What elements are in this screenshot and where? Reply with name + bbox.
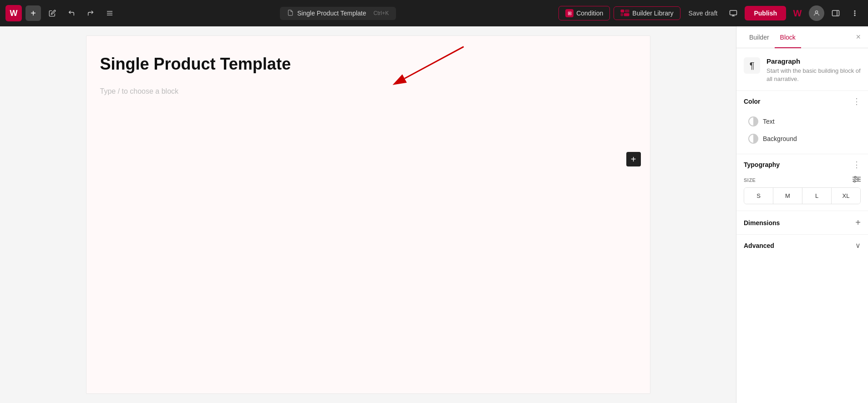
typography-title: Typography [744,161,780,168]
svg-point-15 [854,15,855,16]
app-logo: W [5,5,22,21]
builder-library-label: Builder Library [632,10,673,17]
block-description: Start with the basic building block of a… [766,67,861,83]
file-shortcut: Ctrl+K [374,10,389,16]
dimensions-add-button[interactable]: + [855,217,861,228]
add-block-button[interactable]: + [25,5,41,21]
builder-library-button[interactable]: Builder Library [614,6,680,20]
color-section-header[interactable]: Color ⋮ [736,91,868,111]
dimensions-section[interactable]: Dimensions + [736,211,868,235]
svg-point-22 [857,179,859,181]
svg-rect-3 [621,10,624,12]
canvas-area: Single Product Template Type / to choose… [0,26,736,403]
svg-point-14 [854,13,855,14]
color-background-option[interactable]: Background [744,130,861,147]
typography-section: Typography ⋮ SIZE S M L XL [736,154,868,211]
size-buttons: S M L XL [744,187,861,204]
topbar-right: ⊞ Condition Builder Library Save draft P… [558,5,863,21]
color-title: Color [744,98,761,105]
svg-point-13 [854,10,855,11]
builder-library-icon [620,10,629,17]
advanced-section[interactable]: Advanced ∨ [736,235,868,256]
size-xl-button[interactable]: XL [832,188,860,204]
edit-button[interactable] [45,5,60,21]
typography-options: SIZE S M L XL [736,174,868,211]
size-l-button[interactable]: L [802,188,832,204]
size-label: SIZE [744,177,756,183]
color-background-circle [748,134,758,144]
w-icon-button[interactable]: W [790,5,805,21]
size-s-button[interactable]: S [744,188,773,204]
list-view-button[interactable] [102,5,117,21]
dimensions-title: Dimensions [744,219,780,227]
block-info: Paragraph Start with the basic building … [766,57,861,83]
size-label-row: SIZE [744,176,861,184]
color-options: Text Background [736,111,868,154]
svg-point-10 [815,11,817,13]
sidebar-toggle-button[interactable] [828,5,843,21]
block-type-title: Paragraph [766,57,861,65]
condition-label: Condition [576,10,603,17]
canvas-title: Single Product Template [100,54,636,74]
svg-rect-11 [832,10,839,16]
advanced-title: Advanced [744,242,774,249]
publish-button[interactable]: Publish [745,6,786,20]
typography-section-header[interactable]: Typography ⋮ [736,154,868,174]
svg-rect-7 [730,10,737,15]
tab-builder[interactable]: Builder [744,26,775,48]
condition-button[interactable]: ⊞ Condition [558,6,610,20]
size-controls-icon[interactable] [853,176,861,184]
color-text-circle [748,116,758,126]
file-name-label: Single Product Template [297,10,366,17]
canvas-placeholder-text: Type / to choose a block [100,87,179,95]
color-background-label: Background [763,135,797,142]
tab-block[interactable]: Block [775,26,801,48]
svg-point-23 [854,181,856,182]
main-area: Single Product Template Type / to choose… [0,26,868,403]
color-more-button[interactable]: ⋮ [853,97,861,106]
condition-icon: ⊞ [565,9,574,17]
panel-close-button[interactable]: × [856,32,861,42]
typography-more-button[interactable]: ⋮ [853,161,861,169]
file-name-button[interactable]: Single Product Template Ctrl+K [280,7,396,20]
panel-tabs: Builder Block × [736,26,868,48]
avatar[interactable] [809,5,824,21]
file-icon [287,10,294,17]
svg-rect-6 [624,13,629,16]
canvas-add-button[interactable]: + [626,152,641,166]
svg-point-21 [854,176,856,178]
save-draft-button[interactable]: Save draft [684,7,722,20]
canvas[interactable]: Single Product Template Type / to choose… [86,35,650,394]
topbar: W + Single Product Template Ctrl+K ⊞ Con… [0,0,868,26]
color-text-option[interactable]: Text [744,113,861,130]
undo-button[interactable] [64,5,79,21]
advanced-chevron-button[interactable]: ∨ [855,241,861,250]
panel-body: ¶ Paragraph Start with the basic buildin… [736,48,868,403]
more-options-button[interactable] [847,5,863,21]
desktop-icon-button[interactable] [726,5,741,21]
right-panel: Builder Block × ¶ Paragraph Start with t… [736,26,868,403]
svg-rect-4 [625,10,629,12]
canvas-block-placeholder[interactable]: Type / to choose a block [100,87,636,96]
paragraph-icon: ¶ [744,57,760,74]
color-text-label: Text [763,118,775,125]
svg-rect-5 [621,13,624,16]
block-header: ¶ Paragraph Start with the basic buildin… [736,48,868,91]
redo-button[interactable] [83,5,98,21]
topbar-center: Single Product Template Ctrl+K [121,7,555,20]
size-m-button[interactable]: M [773,188,802,204]
color-section: Color ⋮ Text Background [736,91,868,154]
